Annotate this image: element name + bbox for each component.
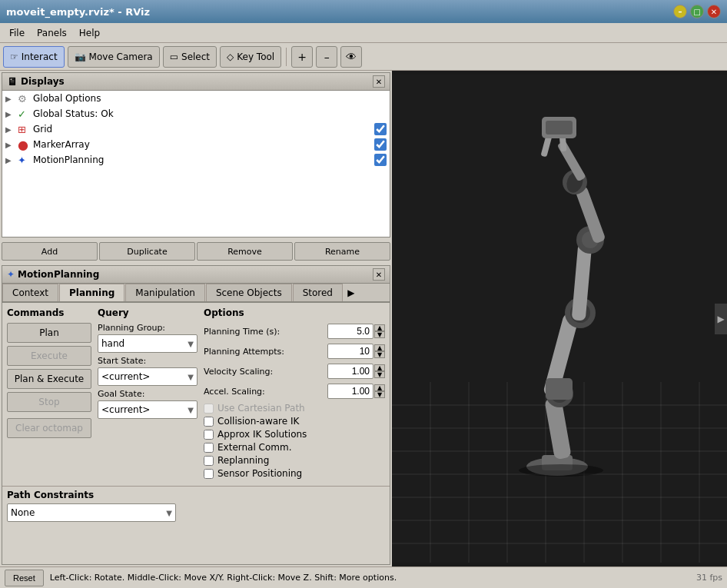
goal-state-arrow: ▼: [188, 406, 194, 414]
markerarray-checkbox[interactable]: [374, 138, 387, 151]
collision-aware-checkbox[interactable]: [204, 417, 214, 427]
path-constraints-dropdown[interactable]: None ▼: [7, 503, 176, 522]
sensor-positioning-label: Sensor Positioning: [217, 468, 302, 479]
menu-panels[interactable]: Panels: [31, 26, 73, 40]
menu-help[interactable]: Help: [73, 26, 106, 40]
external-comm-checkbox[interactable]: [204, 443, 214, 453]
zoom-in-button[interactable]: +: [291, 46, 313, 68]
minimize-button[interactable]: –: [673, 5, 687, 18]
tab-planning[interactable]: Planning: [59, 284, 124, 303]
tree-item-markerarray[interactable]: ▶ ● MarkerArray: [2, 137, 390, 152]
tree-item-global-options[interactable]: ▶ ⚙ Global Options: [2, 91, 390, 106]
plan-button[interactable]: Plan: [7, 323, 91, 343]
clear-octomap-button[interactable]: Clear octomap: [7, 418, 91, 438]
accel-scaling-up[interactable]: ▲: [374, 384, 385, 391]
stop-button[interactable]: Stop: [7, 392, 91, 412]
options-column: Options Planning Time (s): ▲ ▼ Planning …: [204, 307, 385, 481]
planning-attempts-up[interactable]: ▲: [374, 344, 385, 351]
interact-button[interactable]: ☞ Interact: [3, 46, 65, 68]
goal-state-value: <current>: [101, 404, 150, 415]
duplicate-button[interactable]: Duplicate: [99, 242, 195, 261]
planning-group-arrow: ▼: [188, 340, 194, 348]
external-comm-option: External Comm.: [204, 442, 385, 453]
accel-scaling-down[interactable]: ▼: [374, 391, 385, 398]
rename-button[interactable]: Rename: [294, 242, 390, 261]
planning-attempts-input[interactable]: [327, 344, 373, 359]
menu-file[interactable]: File: [3, 26, 31, 40]
sensor-positioning-option: Sensor Positioning: [204, 468, 385, 479]
fps-counter: 31 fps: [696, 573, 722, 583]
tree-item-motionplanning[interactable]: ▶ ✦ MotionPlanning: [2, 152, 390, 168]
execute-button[interactable]: Execute: [7, 346, 91, 366]
planning-time-input[interactable]: [327, 324, 373, 339]
displays-monitor-icon: 🖥: [7, 75, 18, 88]
tab-manipulation[interactable]: Manipulation: [125, 284, 205, 301]
add-button[interactable]: Add: [2, 242, 98, 261]
move-camera-button[interactable]: 📷 Move Camera: [68, 46, 160, 68]
external-comm-label: External Comm.: [217, 442, 292, 453]
tree-label-grid: Grid: [33, 124, 371, 135]
titlebar: moveit_empty.rviz* - RViz – □ ✕: [0, 0, 727, 23]
svg-rect-35: [546, 121, 573, 135]
interact-icon: ☞: [10, 51, 18, 62]
planning-group-dropdown[interactable]: hand ▼: [98, 334, 198, 353]
maximize-button[interactable]: □: [690, 5, 704, 18]
tab-scene-objects[interactable]: Scene Objects: [206, 284, 292, 301]
tree-item-global-status[interactable]: ▶ ✓ Global Status: Ok: [2, 106, 390, 121]
start-state-dropdown[interactable]: <current> ▼: [98, 367, 198, 386]
remove-button[interactable]: Remove: [197, 242, 293, 261]
path-constraints-value: None: [11, 507, 35, 518]
velocity-scaling-row: Velocity Scaling: ▲ ▼: [204, 363, 385, 380]
viewport-collapse-right[interactable]: ▶: [715, 304, 727, 334]
toolbar: ☞ Interact 📷 Move Camera ▭ Select ◇ Key …: [0, 43, 727, 71]
view-button[interactable]: 👁: [340, 46, 362, 68]
tree-arrow-markerarray: ▶: [5, 141, 18, 149]
planning-time-up[interactable]: ▲: [374, 324, 385, 331]
velocity-scaling-input[interactable]: [327, 364, 373, 379]
start-state-arrow: ▼: [188, 373, 194, 381]
approx-ik-checkbox[interactable]: [204, 430, 214, 440]
velocity-scaling-spinners: ▲ ▼: [374, 364, 385, 378]
planning-attempts-down[interactable]: ▼: [374, 351, 385, 358]
replanning-label: Replanning: [217, 455, 269, 466]
accel-scaling-input[interactable]: [327, 384, 373, 399]
grid-checkbox[interactable]: [374, 123, 387, 135]
close-button[interactable]: ✕: [707, 5, 721, 18]
tab-scroll-arrow[interactable]: ▶: [344, 284, 359, 301]
path-constraints-arrow: ▼: [166, 509, 172, 517]
planning-time-down[interactable]: ▼: [374, 331, 385, 338]
accel-scaling-row: Accel. Scaling: ▲ ▼: [204, 383, 385, 400]
tree-arrow-motionplanning: ▶: [5, 156, 18, 164]
key-tool-button[interactable]: ◇ Key Tool: [220, 46, 281, 68]
motionplanning-checkbox[interactable]: [374, 154, 387, 166]
displays-panel-title: Displays: [21, 76, 65, 87]
velocity-scaling-down[interactable]: ▼: [374, 371, 385, 378]
3d-viewport[interactable]: ▶: [392, 71, 727, 566]
reset-button[interactable]: Reset: [5, 570, 44, 586]
accel-scaling-label: Accel. Scaling:: [204, 387, 327, 397]
select-button[interactable]: ▭ Select: [163, 46, 217, 68]
use-cartesian-label: Use Cartesian Path: [217, 403, 305, 414]
replanning-option: Replanning: [204, 455, 385, 466]
statusbar: Reset Left-Click: Rotate. Middle-Click: …: [0, 566, 727, 588]
replanning-checkbox[interactable]: [204, 456, 214, 466]
displays-tree: ▶ ⚙ Global Options ▶ ✓ Global Status: Ok…: [2, 91, 390, 168]
use-cartesian-checkbox[interactable]: [204, 404, 214, 414]
motionplanning-close-button[interactable]: ✕: [373, 268, 385, 281]
tab-context[interactable]: Context: [2, 284, 58, 301]
velocity-scaling-up[interactable]: ▲: [374, 364, 385, 371]
displays-close-button[interactable]: ✕: [373, 75, 385, 88]
planning-time-label: Planning Time (s):: [204, 327, 327, 337]
camera-icon: 📷: [75, 51, 86, 62]
goal-state-dropdown[interactable]: <current> ▼: [98, 400, 198, 419]
sensor-positioning-checkbox[interactable]: [204, 469, 214, 479]
zoom-out-button[interactable]: –: [316, 46, 337, 68]
displays-panel-header: 🖥 Displays ✕: [2, 73, 390, 91]
grid-icon: ⊞: [18, 124, 32, 135]
motionplanning-icon: ✦: [18, 154, 32, 166]
tab-stored[interactable]: Stored: [293, 284, 343, 301]
plan-execute-button[interactable]: Plan & Execute: [7, 369, 91, 389]
tree-item-grid[interactable]: ▶ ⊞ Grid: [2, 121, 390, 137]
velocity-scaling-label: Velocity Scaling:: [204, 367, 327, 377]
displays-empty-area: [2, 168, 390, 237]
